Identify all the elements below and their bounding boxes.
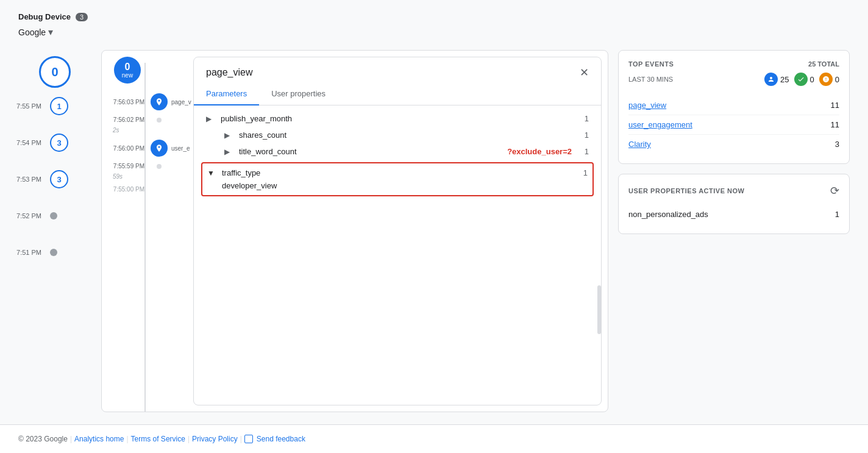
analytics-home-link[interactable]: Analytics home: [74, 435, 124, 443]
top-events-total: 25 TOTAL: [808, 60, 839, 68]
scrollbar-track[interactable]: [597, 105, 601, 405]
event-item-clarity[interactable]: Clarity 3: [628, 135, 839, 154]
dropdown-arrow-icon: ▾: [48, 26, 53, 38]
param-name-publish: publish_year_month: [221, 114, 572, 123]
detail-header: page_view ✕: [194, 57, 601, 78]
param-row-shares[interactable]: ▶ shares_count 1: [194, 127, 601, 143]
event-time-3: 7:56:00 PM: [107, 145, 148, 152]
param-name-title: title_word_count: [239, 147, 502, 156]
param-name-developer: developer_view: [222, 181, 575, 190]
detail-panel: page_view ✕ Parameters User properties ▶…: [193, 57, 602, 405]
event-item-user-engagement[interactable]: user_engagement 11: [628, 115, 839, 135]
param-row-title[interactable]: ▶ title_word_count ?exclude_user=2 1: [194, 143, 601, 160]
privacy-link[interactable]: Privacy Policy: [192, 435, 238, 443]
events-list: page_view 11 user_engagement 11 Clarity …: [628, 96, 839, 154]
event-node-3: [151, 140, 168, 157]
user-props-title: USER PROPERTIES ACTIVE NOW: [628, 187, 744, 194]
event-gap-2s: 2s: [107, 127, 193, 134]
new-badge-num: 0: [125, 62, 130, 73]
event-count-page-view: 11: [831, 101, 839, 110]
stat-blue: 25: [764, 73, 789, 86]
time-751: 7:51 PM: [16, 249, 46, 256]
footer-sep-4: |: [240, 435, 242, 443]
footer-sep-2: |: [126, 435, 128, 443]
event-label-3: user_e: [171, 145, 190, 152]
detail-title: page_view: [206, 67, 253, 78]
param-count-traffic: 1: [575, 168, 588, 177]
history-icon: ⟳: [830, 184, 839, 198]
expand-icon-title: ▶: [224, 148, 234, 156]
event-time-1: 7:56:03 PM: [107, 99, 148, 105]
highlighted-box: ▼ traffic_type 1 developer_view: [201, 162, 594, 196]
expand-icon-shares: ▶: [224, 131, 234, 140]
stat-blue-icon: [764, 73, 778, 86]
debug-badge: 3: [76, 13, 88, 21]
timeline-dot-1: [50, 212, 57, 219]
timeline-node-3a[interactable]: 3: [50, 134, 68, 152]
scrollbar-thumb: [597, 285, 601, 334]
footer-sep-1: |: [70, 435, 72, 443]
event-name-clarity[interactable]: Clarity: [628, 140, 651, 149]
param-row-developer[interactable]: developer_view: [207, 180, 588, 193]
terms-link[interactable]: Terms of Service: [131, 435, 185, 443]
timeline-node-1[interactable]: 1: [50, 97, 68, 115]
timeline-node-3b[interactable]: 3: [50, 170, 68, 188]
stat-orange-icon: [819, 73, 833, 86]
stat-orange: 0: [819, 73, 839, 86]
user-prop-name-non-personalized: non_personalized_ads: [628, 210, 708, 219]
timeline-sidebar: 0 7:55 PM 1 7:54 PM 3 7:53 PM: [18, 50, 91, 412]
event-time-5: 7:55:00 PM: [107, 186, 148, 193]
user-props-list: non_personalized_ads 1: [628, 205, 839, 224]
event-name-page-view[interactable]: page_view: [628, 101, 666, 110]
expand-icon-traffic: ▼: [207, 169, 217, 177]
param-name-shares: shares_count: [239, 130, 572, 140]
param-count-title: 1: [577, 147, 589, 156]
time-755: 7:55 PM: [16, 102, 46, 110]
param-count-publish: 1: [577, 114, 589, 123]
user-properties-card: USER PROPERTIES ACTIVE NOW ⟳ non_persona…: [618, 174, 850, 234]
time-752: 7:52 PM: [16, 212, 46, 219]
event-item-page-view[interactable]: page_view 11: [628, 96, 839, 115]
event-name-user-engagement[interactable]: user_engagement: [628, 120, 692, 129]
detail-tabs: Parameters User properties: [194, 83, 601, 105]
device-name: Google: [18, 27, 46, 37]
event-dot-2: [157, 118, 162, 123]
new-badge: 0 new: [114, 57, 141, 84]
event-time-4: 7:55:59 PM: [107, 163, 148, 169]
event-count-clarity: 3: [835, 140, 839, 149]
event-gap-59s: 59s: [107, 173, 193, 180]
detail-body: ▶ publish_year_month 1 ▶ shares_count 1: [194, 105, 601, 405]
right-panel: TOP EVENTS 25 TOTAL LAST 30 MINS 25: [618, 50, 850, 412]
close-button[interactable]: ✕: [580, 67, 589, 78]
device-selector[interactable]: Google ▾: [18, 24, 850, 40]
new-badge-label: new: [122, 72, 133, 79]
event-count-user-engagement: 11: [831, 120, 839, 129]
stat-blue-count: 25: [780, 75, 789, 84]
expand-icon-publish: ▶: [206, 115, 216, 123]
time-753: 7:53 PM: [16, 176, 46, 183]
user-prop-non-personalized: non_personalized_ads 1: [628, 205, 839, 224]
param-count-shares: 1: [577, 130, 589, 140]
event-node-1: [151, 93, 168, 110]
last-30-mins-label: LAST 30 MINS: [628, 76, 673, 83]
main-panel: 0 new 7:56:03 PM page_v: [101, 50, 608, 412]
feedback-link[interactable]: Send feedback: [257, 435, 305, 443]
feedback-icon: [244, 435, 253, 443]
param-name-traffic: traffic_type: [222, 168, 571, 177]
debug-device-title: Debug Device: [18, 12, 71, 21]
top-events-title: TOP EVENTS: [628, 60, 674, 68]
event-dot-4: [157, 164, 162, 169]
footer-sep-3: |: [188, 435, 190, 443]
event-time-2: 7:56:02 PM: [107, 116, 148, 123]
stat-orange-count: 0: [835, 75, 839, 84]
time-754: 7:54 PM: [16, 139, 46, 146]
param-row-traffic[interactable]: ▼ traffic_type 1: [207, 166, 588, 180]
tab-user-properties[interactable]: User properties: [259, 83, 338, 105]
timeline-dot-2: [50, 249, 57, 256]
param-row-publish[interactable]: ▶ publish_year_month 1: [194, 110, 601, 127]
footer-copyright: © 2023 Google: [18, 435, 68, 443]
stat-green: 0: [794, 73, 814, 86]
tab-parameters[interactable]: Parameters: [194, 83, 259, 105]
timeline-center-node[interactable]: 0: [39, 56, 71, 88]
stat-green-count: 0: [810, 75, 814, 84]
